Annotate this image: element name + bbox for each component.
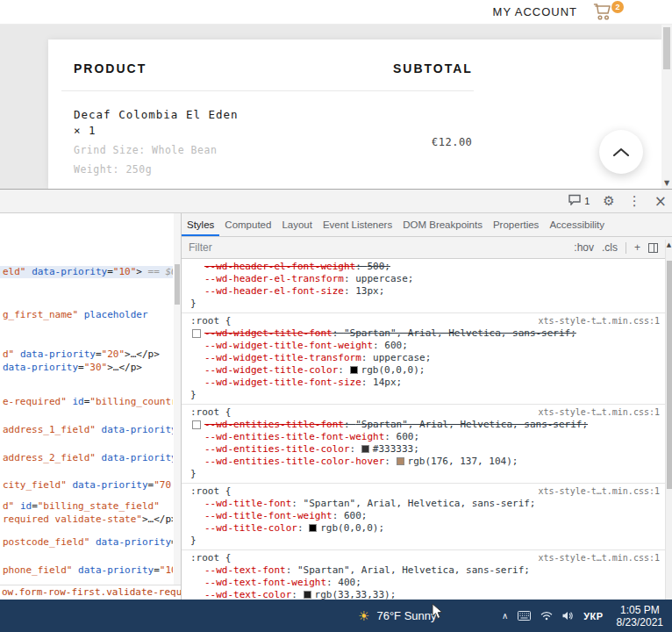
stylesheet-link[interactable]: xts-style-t…t.min.css:1 [539,315,660,327]
color-swatch[interactable] [350,366,358,374]
dom-code-line[interactable]: postcode_field" data-priority= [3,536,173,549]
css-property[interactable]: --wd-text-font: "Spartan", Arial, Helvet… [190,564,661,577]
property-checkbox[interactable] [192,420,201,429]
css-property[interactable]: --wd-widget-title-font-size: 14px; [190,377,661,389]
rule-close-brace: } [190,535,661,547]
dom-code-line[interactable]: city_field" data-priority="70 [3,479,173,492]
elements-breadcrumb[interactable]: ow.form-row-first.validate-required [0,585,181,600]
volume-speaker-icon[interactable] [562,608,574,624]
taskbar-clock[interactable]: 1:05 PM 8/23/2021 [617,604,663,628]
dom-code-line[interactable]: g_first_name" placeholder [3,309,173,321]
my-account-link[interactable]: MY ACCOUNT [493,5,577,18]
dom-code-line[interactable]: phone_field" data-priority="10 [3,564,173,577]
color-swatch[interactable] [304,591,311,599]
scroll-to-top-button[interactable] [599,130,643,174]
cart-button[interactable]: 2 [593,2,618,23]
elements-scrollbar[interactable] [174,213,181,585]
property-value: 400; [338,577,361,588]
touch-keyboard-icon[interactable] [518,608,531,624]
dom-code-line[interactable]: required validate-state">…</p> [3,514,173,526]
dom-code-line[interactable]: address_2_field" data-priority= [3,452,173,464]
styles-scrollbar[interactable]: ▲ [665,240,672,600]
property-value: "Spartan", Arial, Helvetica, sans-serif; [344,327,576,339]
page-scrollbar[interactable]: ▼ [661,25,672,189]
property-name: --wd-header-el-font-size [204,285,344,297]
tab-properties[interactable]: Properties [488,213,544,236]
rule-selector-line: xts-style-t…t.min.css:1:root { [190,406,661,419]
code-token [96,424,102,435]
network-wifi-icon[interactable] [540,608,553,624]
code-token: data-priority [102,452,173,463]
console-drawer-icon[interactable] [568,193,581,209]
scrollbar-up-arrow-icon[interactable]: ▲ [666,240,672,250]
color-swatch[interactable] [309,524,317,532]
css-property[interactable]: --wd-title-color: rgb(0,0,0); [190,522,661,535]
css-property[interactable]: --wd-widget-title-font-weight: 600; [190,340,661,352]
property-name: --wd-title-font [204,498,291,509]
css-property[interactable]: --wd-widget-title-transform: uppercase; [190,352,661,364]
css-property[interactable]: --wd-entities-title-color: #333333; [190,443,661,456]
property-checkbox[interactable] [192,329,201,338]
cart-table-card: PRODUCT SUBTOTAL Decaf Colombia El Eden … [48,40,661,189]
code-token: : [361,352,373,363]
stylesheet-link[interactable]: xts-style-t…t.min.css:1 [539,485,660,498]
color-swatch[interactable] [361,445,369,453]
tab-layout[interactable]: Layout [276,213,318,236]
color-swatch[interactable] [397,457,404,465]
css-property[interactable]: --wd-entities-title-font-weight: 600; [190,431,661,443]
tab-event-listeners[interactable]: Event Listeners [318,213,397,236]
chevron-up-icon [613,144,629,160]
menu-kebab-icon[interactable]: ⋮ [628,195,641,208]
rule-close-brace: } [190,468,661,480]
dom-code-line[interactable]: data-priority="30">…</p> [3,362,173,374]
css-property[interactable]: --wd-header-el-transform: uppercase; [190,273,661,285]
code-token [14,348,20,360]
close-devtools-icon[interactable]: × [654,194,667,209]
code-token: data-priority [20,348,96,360]
css-property[interactable]: --wd-header-el-font-size: 13px; [190,285,661,298]
clock-date: 8/23/2021 [617,616,663,628]
css-property[interactable]: --wd-title-font: "Spartan", Arial, Helve… [190,498,661,510]
language-indicator[interactable]: УКР [583,611,603,621]
dom-code-line[interactable]: d" data-priority="20">…</p> [3,348,173,361]
styles-scrollbar-thumb[interactable] [667,261,672,489]
dom-code-line[interactable]: eld" data-priority="10"> == $0 [0,266,173,278]
product-name[interactable]: Decaf Colombia El Eden [74,106,239,123]
cls-toggle-button[interactable]: .cls [602,241,618,254]
tab-accessibility[interactable]: Accessibility [544,213,610,236]
page-scrollbar-thumb[interactable] [663,27,670,69]
css-property[interactable]: --wd-title-font-weight: 600; [190,510,661,522]
new-style-rule-button[interactable]: + [634,241,640,254]
table-header-divider [61,90,474,91]
css-property[interactable]: --wd-entities-title-font: "Spartan", Ari… [190,419,661,431]
stylesheet-link[interactable]: xts-style-t…t.min.css:1 [539,406,660,419]
dom-code-line[interactable]: e-required" id="billing_country [3,396,173,408]
dom-code-line[interactable]: d" id="billing_state_field" [3,500,173,513]
css-property[interactable]: --wd-entities-title-color-hover: rgb(176… [190,456,661,468]
computed-sidebar-toggle-icon[interactable] [648,243,658,253]
settings-gear-icon[interactable]: ⚙ [603,195,614,208]
styles-filter-input[interactable] [189,241,574,254]
css-rule: xts-style-t…t.min.css:1:root {--wd-title… [182,483,665,549]
taskbar-weather-widget[interactable]: ☀ 76°F Sunny [358,600,437,632]
css-property[interactable]: --wd-text-font-weight: 400; [190,577,661,589]
tab-dom-breakpoints[interactable]: DOM Breakpoints [397,213,488,236]
code-token: placeholder [84,309,148,320]
scrollbar-down-arrow-icon[interactable]: ▼ [661,179,672,187]
rule-selector-line: xts-style-t…t.min.css:1:root { [190,485,661,498]
code-token: data-priority [72,479,147,491]
stylesheet-link[interactable]: xts-style-t…t.min.css:1 [539,552,660,564]
dom-code-line[interactable]: address_1_field" data-priority= [3,424,173,436]
hov-toggle-button[interactable]: :hov [574,241,594,254]
css-property[interactable]: --wd-text-color: rgb(33,33,33); [190,589,661,600]
elements-scrollbar-thumb[interactable] [175,264,180,305]
tab-computed[interactable]: Computed [219,213,276,236]
code-token: : [286,564,297,576]
css-property[interactable]: --wd-header-el-font-weight: 500; [190,261,661,273]
property-value: rgb(176, 137, 104); [408,456,518,467]
tray-expand-chevron-icon[interactable]: ∧ [502,611,508,621]
css-property[interactable]: --wd-widget-title-color: rgb(0,0,0); [190,364,661,377]
property-name: --wd-entities-title-color [204,443,350,455]
css-property[interactable]: --wd-widget-title-font: "Spartan", Arial… [190,327,661,340]
tab-styles[interactable]: Styles [182,213,219,236]
